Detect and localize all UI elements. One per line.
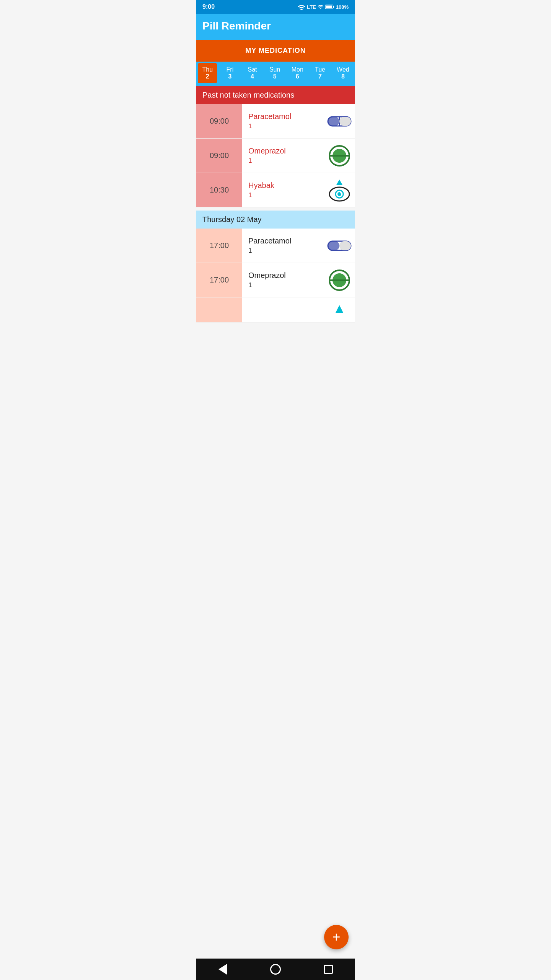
day-num-sun: 5 [273, 73, 277, 80]
status-icons: LTE 100% [298, 4, 349, 10]
svg-rect-16 [339, 241, 351, 250]
svg-rect-4 [328, 117, 339, 126]
past-med-icon-1 [324, 104, 355, 138]
app-header: Pill Reminder [196, 14, 355, 40]
tablet-icon-2 [328, 269, 351, 292]
today-time-3-partial [196, 297, 242, 322]
past-section-label: Past not taken medications [202, 91, 294, 99]
battery-icon [325, 4, 334, 10]
eye-drop-partial-icon [332, 304, 347, 316]
svg-marker-9 [336, 180, 342, 185]
day-fri[interactable]: Fri 3 [220, 63, 240, 83]
today-section-header: Thursday 02 May [196, 211, 355, 229]
day-name-sat: Sat [248, 66, 257, 73]
past-med-info-2: Omeprazol 1 [242, 139, 324, 173]
past-med-dose-1: 1 [248, 122, 318, 130]
day-wed[interactable]: Wed 8 [333, 63, 353, 83]
day-name-wed: Wed [337, 66, 349, 73]
svg-rect-2 [333, 6, 334, 8]
today-med-icon-1 [324, 229, 355, 263]
today-med-info-3-partial [242, 297, 324, 322]
today-time-2: 17:00 [196, 263, 242, 297]
today-med-name-1: Paracetamol [248, 237, 318, 245]
past-time-3: 10:30 [196, 173, 242, 207]
day-name-fri: Fri [227, 66, 234, 73]
past-time-1: 09:00 [196, 104, 242, 138]
day-thu[interactable]: Thu 2 [198, 63, 217, 83]
today-med-name-2: Omeprazol [248, 271, 318, 280]
today-med-dose-2: 1 [248, 281, 318, 289]
day-num-fri: 3 [228, 73, 231, 80]
svg-rect-5 [339, 117, 351, 126]
capsule-icon-2 [327, 239, 352, 252]
status-time: 9:00 [202, 3, 215, 10]
today-med-dose-1: 1 [248, 247, 318, 255]
day-picker: Thu 2 Fri 3 Sat 4 Sun 5 Mon 6 Tue 7 Wed … [196, 62, 355, 86]
past-med-info-3: Hyabak 1 [242, 173, 324, 207]
battery-percent: 100% [336, 4, 349, 10]
past-med-icon-2 [324, 139, 355, 173]
past-med-row-2[interactable]: 09:00 Omeprazol 1 [196, 139, 355, 173]
today-med-icon-2 [324, 263, 355, 297]
past-section-header: Past not taken medications [196, 86, 355, 104]
past-med-dose-2: 1 [248, 157, 318, 165]
past-med-row-3[interactable]: 10:30 Hyabak 1 [196, 173, 355, 207]
day-mon[interactable]: Mon 6 [288, 63, 307, 83]
day-sun[interactable]: Sun 5 [265, 63, 284, 83]
today-med-icon-3-partial [324, 297, 355, 322]
past-med-info-1: Paracetamol 1 [242, 104, 324, 138]
today-med-info-1: Paracetamol 1 [242, 229, 324, 263]
svg-marker-20 [336, 305, 343, 313]
day-name-tue: Tue [315, 66, 325, 73]
lte-label: LTE [307, 4, 316, 10]
status-bar: 9:00 LTE 100% [196, 0, 355, 14]
past-med-name-3: Hyabak [248, 181, 318, 190]
today-med-info-2: Omeprazol 1 [242, 263, 324, 297]
day-num-thu: 2 [206, 73, 209, 80]
past-med-name-2: Omeprazol [248, 147, 318, 155]
capsule-icon [327, 115, 352, 128]
svg-rect-15 [328, 241, 339, 250]
past-med-row-1[interactable]: 09:00 Paracetamol 1 [196, 104, 355, 139]
day-name-sun: Sun [269, 66, 280, 73]
signal-icon [318, 4, 324, 10]
today-time-1: 17:00 [196, 229, 242, 263]
past-med-dose-3: 1 [248, 191, 318, 199]
day-num-wed: 8 [341, 73, 345, 80]
day-num-tue: 7 [318, 73, 322, 80]
day-name-mon: Mon [292, 66, 303, 73]
past-med-icon-3 [324, 173, 355, 207]
past-time-2: 09:00 [196, 139, 242, 173]
today-section-label: Thursday 02 May [202, 215, 262, 224]
today-med-row-3-partial[interactable] [196, 297, 355, 323]
day-num-sat: 4 [251, 73, 254, 80]
eye-drop-icon [327, 178, 352, 203]
wifi-icon [298, 4, 305, 10]
day-sat[interactable]: Sat 4 [243, 63, 262, 83]
past-med-name-1: Paracetamol [248, 112, 318, 121]
day-num-mon: 6 [296, 73, 299, 80]
today-med-row-1[interactable]: 17:00 Paracetamol 1 [196, 229, 355, 263]
my-medication-button[interactable]: MY MEDICATION [196, 40, 355, 62]
svg-point-13 [340, 191, 342, 193]
svg-rect-1 [326, 6, 332, 8]
app-title: Pill Reminder [202, 20, 271, 32]
day-name-thu: Thu [202, 66, 213, 73]
day-tue[interactable]: Tue 7 [310, 63, 329, 83]
today-med-row-2[interactable]: 17:00 Omeprazol 1 [196, 263, 355, 297]
tablet-icon [328, 144, 351, 167]
